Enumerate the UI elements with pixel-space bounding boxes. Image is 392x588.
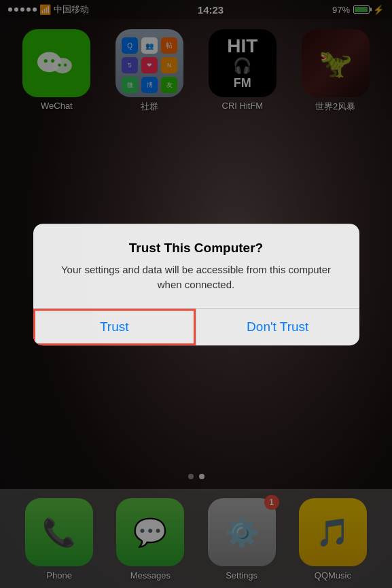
- dont-trust-button[interactable]: Don't Trust: [196, 309, 359, 345]
- dialog-buttons: Trust Don't Trust: [33, 309, 359, 345]
- dialog-title: Trust This Computer?: [54, 241, 339, 256]
- dialog-content: Trust This Computer? Your settings and d…: [33, 224, 359, 293]
- trust-button[interactable]: Trust: [33, 309, 197, 345]
- trust-dialog: Trust This Computer? Your settings and d…: [33, 224, 359, 345]
- dialog-message: Your settings and data will be accessibl…: [54, 262, 339, 293]
